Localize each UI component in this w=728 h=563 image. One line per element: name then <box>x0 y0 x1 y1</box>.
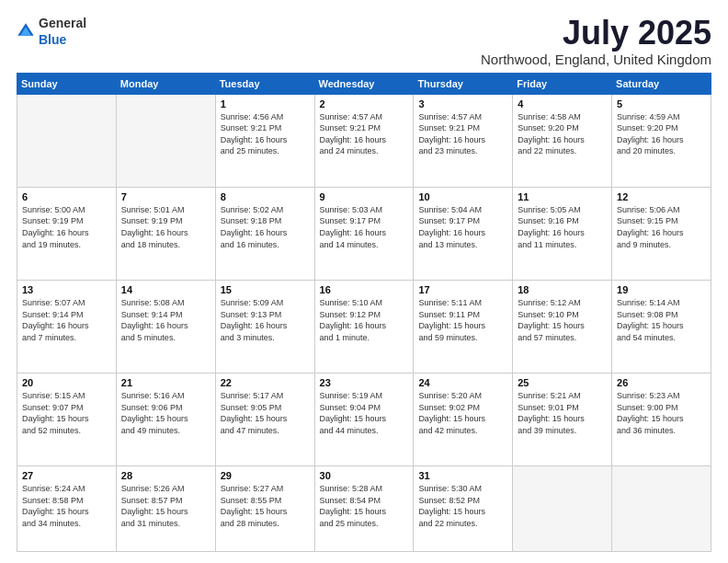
table-cell: 20Sunrise: 5:15 AM Sunset: 9:07 PM Dayli… <box>17 373 117 466</box>
day-number: 28 <box>121 470 210 481</box>
day-number: 14 <box>121 284 210 295</box>
table-cell: 27Sunrise: 5:24 AM Sunset: 8:58 PM Dayli… <box>17 466 117 552</box>
day-number: 4 <box>518 98 607 109</box>
day-number: 30 <box>320 470 409 481</box>
day-number: 6 <box>22 191 111 202</box>
table-cell: 11Sunrise: 5:05 AM Sunset: 9:16 PM Dayli… <box>513 187 612 280</box>
table-cell: 22Sunrise: 5:17 AM Sunset: 9:05 PM Dayli… <box>215 373 314 466</box>
day-number: 17 <box>418 284 507 295</box>
table-cell: 10Sunrise: 5:04 AM Sunset: 9:17 PM Dayli… <box>414 187 513 280</box>
day-info: Sunrise: 4:57 AM Sunset: 9:21 PM Dayligh… <box>418 111 507 157</box>
table-cell: 6Sunrise: 5:00 AM Sunset: 9:19 PM Daylig… <box>17 187 117 280</box>
day-info: Sunrise: 5:14 AM Sunset: 9:08 PM Dayligh… <box>617 297 706 343</box>
day-info: Sunrise: 5:30 AM Sunset: 8:52 PM Dayligh… <box>418 483 507 529</box>
day-number: 25 <box>518 377 607 388</box>
table-cell: 17Sunrise: 5:11 AM Sunset: 9:11 PM Dayli… <box>414 280 513 373</box>
day-number: 13 <box>22 284 111 295</box>
day-info: Sunrise: 5:10 AM Sunset: 9:12 PM Dayligh… <box>320 297 409 343</box>
day-number: 12 <box>617 191 706 202</box>
table-cell: 12Sunrise: 5:06 AM Sunset: 9:15 PM Dayli… <box>612 187 711 280</box>
table-cell: 31Sunrise: 5:30 AM Sunset: 8:52 PM Dayli… <box>414 466 513 552</box>
day-info: Sunrise: 5:12 AM Sunset: 9:10 PM Dayligh… <box>518 297 607 343</box>
day-info: Sunrise: 5:05 AM Sunset: 9:16 PM Dayligh… <box>518 204 607 250</box>
table-cell: 5Sunrise: 4:59 AM Sunset: 9:20 PM Daylig… <box>612 94 711 187</box>
day-number: 10 <box>418 191 507 202</box>
col-monday: Monday <box>116 73 215 94</box>
day-info: Sunrise: 5:17 AM Sunset: 9:05 PM Dayligh… <box>221 390 310 436</box>
day-number: 15 <box>221 284 310 295</box>
day-number: 21 <box>121 377 210 388</box>
table-cell: 1Sunrise: 4:56 AM Sunset: 9:21 PM Daylig… <box>215 94 314 187</box>
calendar-table: Sunday Monday Tuesday Wednesday Thursday… <box>17 73 711 552</box>
table-cell <box>612 466 711 552</box>
table-cell: 13Sunrise: 5:07 AM Sunset: 9:14 PM Dayli… <box>17 280 117 373</box>
day-info: Sunrise: 5:04 AM Sunset: 9:17 PM Dayligh… <box>418 204 507 250</box>
col-tuesday: Tuesday <box>215 73 314 94</box>
page-title: July 2025 <box>481 15 711 52</box>
day-number: 22 <box>221 377 310 388</box>
day-number: 9 <box>320 191 409 202</box>
day-info: Sunrise: 4:58 AM Sunset: 9:20 PM Dayligh… <box>518 111 607 157</box>
day-number: 11 <box>518 191 607 202</box>
calendar-header-row: Sunday Monday Tuesday Wednesday Thursday… <box>17 73 711 94</box>
table-cell: 16Sunrise: 5:10 AM Sunset: 9:12 PM Dayli… <box>314 280 414 373</box>
day-number: 18 <box>518 284 607 295</box>
day-number: 8 <box>221 191 310 202</box>
day-info: Sunrise: 5:23 AM Sunset: 9:00 PM Dayligh… <box>617 390 706 436</box>
table-cell: 29Sunrise: 5:27 AM Sunset: 8:55 PM Dayli… <box>215 466 314 552</box>
day-info: Sunrise: 5:00 AM Sunset: 9:19 PM Dayligh… <box>22 204 111 250</box>
col-thursday: Thursday <box>414 73 513 94</box>
day-info: Sunrise: 5:09 AM Sunset: 9:13 PM Dayligh… <box>221 297 310 343</box>
day-number: 23 <box>320 377 409 388</box>
day-info: Sunrise: 5:02 AM Sunset: 9:18 PM Dayligh… <box>221 204 310 250</box>
day-number: 31 <box>418 470 507 481</box>
day-info: Sunrise: 5:16 AM Sunset: 9:06 PM Dayligh… <box>121 390 210 436</box>
day-info: Sunrise: 5:28 AM Sunset: 8:54 PM Dayligh… <box>320 483 409 529</box>
table-cell <box>17 94 117 187</box>
table-cell: 19Sunrise: 5:14 AM Sunset: 9:08 PM Dayli… <box>612 280 711 373</box>
day-number: 7 <box>121 191 210 202</box>
table-cell: 24Sunrise: 5:20 AM Sunset: 9:02 PM Dayli… <box>414 373 513 466</box>
table-cell: 25Sunrise: 5:21 AM Sunset: 9:01 PM Dayli… <box>513 373 612 466</box>
table-cell <box>116 94 215 187</box>
logo-blue: Blue <box>39 32 66 47</box>
header: General Blue July 2025 Northwood, Englan… <box>17 15 711 67</box>
day-number: 16 <box>320 284 409 295</box>
day-number: 3 <box>418 98 507 109</box>
day-info: Sunrise: 5:19 AM Sunset: 9:04 PM Dayligh… <box>320 390 409 436</box>
day-info: Sunrise: 5:03 AM Sunset: 9:17 PM Dayligh… <box>320 204 409 250</box>
table-cell: 9Sunrise: 5:03 AM Sunset: 9:17 PM Daylig… <box>314 187 414 280</box>
day-number: 26 <box>617 377 706 388</box>
table-cell: 18Sunrise: 5:12 AM Sunset: 9:10 PM Dayli… <box>513 280 612 373</box>
logo-text: General Blue <box>39 15 86 48</box>
day-info: Sunrise: 5:15 AM Sunset: 9:07 PM Dayligh… <box>22 390 111 436</box>
col-saturday: Saturday <box>612 73 711 94</box>
day-info: Sunrise: 5:26 AM Sunset: 8:57 PM Dayligh… <box>121 483 210 529</box>
col-wednesday: Wednesday <box>314 73 414 94</box>
day-info: Sunrise: 5:27 AM Sunset: 8:55 PM Dayligh… <box>221 483 310 529</box>
day-info: Sunrise: 5:07 AM Sunset: 9:14 PM Dayligh… <box>22 297 111 343</box>
table-cell: 3Sunrise: 4:57 AM Sunset: 9:21 PM Daylig… <box>414 94 513 187</box>
col-sunday: Sunday <box>17 73 117 94</box>
logo-general: General <box>39 16 86 30</box>
table-cell: 4Sunrise: 4:58 AM Sunset: 9:20 PM Daylig… <box>513 94 612 187</box>
day-info: Sunrise: 5:21 AM Sunset: 9:01 PM Dayligh… <box>518 390 607 436</box>
day-info: Sunrise: 4:59 AM Sunset: 9:20 PM Dayligh… <box>617 111 706 157</box>
page-subtitle: Northwood, England, United Kingdom <box>481 52 711 67</box>
day-number: 20 <box>22 377 111 388</box>
day-info: Sunrise: 5:01 AM Sunset: 9:19 PM Dayligh… <box>121 204 210 250</box>
day-number: 19 <box>617 284 706 295</box>
day-number: 29 <box>221 470 310 481</box>
day-info: Sunrise: 5:20 AM Sunset: 9:02 PM Dayligh… <box>418 390 507 436</box>
day-info: Sunrise: 4:56 AM Sunset: 9:21 PM Dayligh… <box>221 111 310 157</box>
table-cell <box>513 466 612 552</box>
logo-icon <box>17 22 35 40</box>
day-number: 2 <box>320 98 409 109</box>
page: General Blue July 2025 Northwood, Englan… <box>0 0 728 563</box>
day-info: Sunrise: 5:11 AM Sunset: 9:11 PM Dayligh… <box>418 297 507 343</box>
table-cell: 2Sunrise: 4:57 AM Sunset: 9:21 PM Daylig… <box>314 94 414 187</box>
logo: General Blue <box>17 15 86 48</box>
table-cell: 28Sunrise: 5:26 AM Sunset: 8:57 PM Dayli… <box>116 466 215 552</box>
day-number: 27 <box>22 470 111 481</box>
col-friday: Friday <box>513 73 612 94</box>
